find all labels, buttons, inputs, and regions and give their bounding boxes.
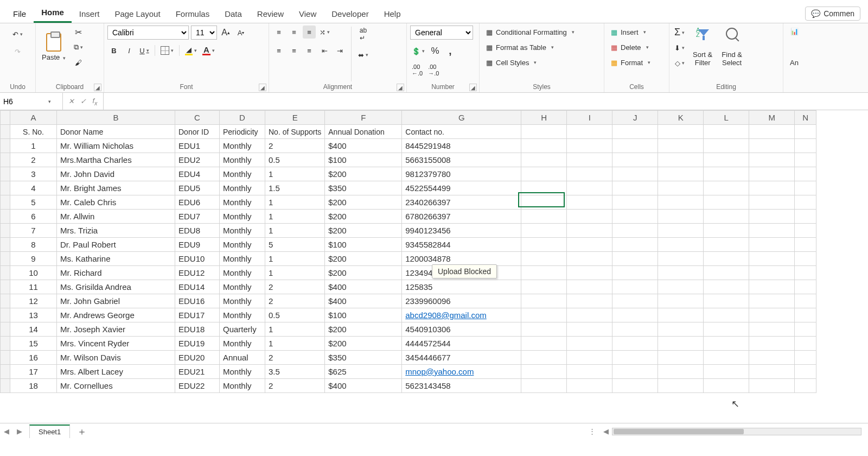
find-select-button[interactable]: Find & Select: [719, 26, 745, 69]
cell-L4[interactable]: [704, 167, 749, 181]
underline-button[interactable]: U▾: [138, 44, 151, 57]
col-header-I[interactable]: I: [567, 111, 612, 125]
cell-I13[interactable]: [567, 294, 612, 308]
name-box-input[interactable]: [3, 97, 47, 106]
cell-D16[interactable]: Monthly: [220, 337, 265, 351]
cell-A1[interactable]: S. No.: [10, 125, 57, 139]
align-left-button[interactable]: ≡: [272, 44, 285, 57]
cell-B9[interactable]: Dr. Paul Robert: [57, 238, 175, 252]
cell-D12[interactable]: Monthly: [220, 280, 265, 294]
conditional-formatting-button[interactable]: ▦Conditional Formatting▾: [483, 26, 578, 39]
tab-page-layout[interactable]: Page Layout: [107, 6, 168, 23]
cell-G12[interactable]: 125835: [402, 280, 521, 294]
cell-A16[interactable]: 15: [10, 337, 57, 351]
cell-I9[interactable]: [567, 238, 612, 252]
sheet-prev-button[interactable]: ◀: [0, 427, 13, 435]
cell-B16[interactable]: Mrs. Vincent Ryder: [57, 337, 175, 351]
cell-C6[interactable]: EDU6: [175, 195, 220, 210]
cell-D4[interactable]: Monthly: [220, 167, 265, 181]
cell-D7[interactable]: Monthly: [220, 210, 265, 224]
cell-I3[interactable]: [567, 153, 612, 167]
cell-A2[interactable]: 1: [10, 139, 57, 153]
cell-D3[interactable]: Monthly: [220, 153, 265, 167]
cell-G18[interactable]: mnop@yahoo.com: [402, 365, 521, 379]
fill-button[interactable]: ⬇▾: [673, 41, 686, 54]
cell-N8[interactable]: [795, 224, 816, 238]
cell-A4[interactable]: 3: [10, 167, 57, 181]
cell-D2[interactable]: Monthly: [220, 139, 265, 153]
comments-button[interactable]: 💬 Commen: [805, 7, 860, 21]
row-header-14[interactable]: [1, 308, 10, 322]
cell-A12[interactable]: 11: [10, 280, 57, 294]
cell-B12[interactable]: Ms. Grisilda Andrea: [57, 280, 175, 294]
cell-F18[interactable]: $625: [325, 365, 402, 379]
cell-M13[interactable]: [749, 294, 795, 308]
row-header-18[interactable]: [1, 365, 10, 379]
cell-L12[interactable]: [704, 280, 749, 294]
cell-C18[interactable]: EDU21: [175, 365, 220, 379]
row-header-17[interactable]: [1, 351, 10, 365]
cell-K16[interactable]: [658, 337, 704, 351]
cell-G3[interactable]: 5663155008: [402, 153, 521, 167]
cell-I8[interactable]: [567, 224, 612, 238]
cell-N6[interactable]: [795, 195, 816, 210]
cell-E19[interactable]: 2: [265, 379, 325, 393]
insert-function-button[interactable]: fx: [90, 97, 100, 106]
cell-D14[interactable]: Monthly: [220, 308, 265, 322]
cell-I17[interactable]: [567, 351, 612, 365]
cell-A8[interactable]: 7: [10, 224, 57, 238]
cell-M9[interactable]: [749, 238, 795, 252]
decrease-decimal-button[interactable]: .00→.0: [426, 62, 441, 78]
alignment-launcher[interactable]: ◢: [397, 84, 404, 91]
cell-J11[interactable]: [612, 266, 658, 280]
cell-E18[interactable]: 3.5: [265, 365, 325, 379]
col-header-H[interactable]: H: [521, 111, 567, 125]
cell-D11[interactable]: Monthly: [220, 266, 265, 280]
cell-N18[interactable]: [795, 365, 816, 379]
tab-formulas[interactable]: Formulas: [168, 6, 218, 23]
cell-E9[interactable]: 5: [265, 238, 325, 252]
cell-C4[interactable]: EDU4: [175, 167, 220, 181]
cell-B1[interactable]: Donor Name: [57, 125, 175, 139]
merge-center-button[interactable]: ⬌▾: [356, 48, 370, 61]
cell-F7[interactable]: $200: [325, 210, 402, 224]
cell-E7[interactable]: 1: [265, 210, 325, 224]
cell-B18[interactable]: Mrs. Albert Lacey: [57, 365, 175, 379]
cell-J4[interactable]: [612, 167, 658, 181]
cell-N3[interactable]: [795, 153, 816, 167]
sheet-tab-1[interactable]: Sheet1: [29, 425, 70, 438]
cell-G4[interactable]: 9812379780: [402, 167, 521, 181]
tab-review[interactable]: Review: [250, 6, 291, 23]
cell-F16[interactable]: $200: [325, 337, 402, 351]
col-header-C[interactable]: C: [175, 111, 220, 125]
cell-B11[interactable]: Mr. Richard: [57, 266, 175, 280]
cell-A7[interactable]: 6: [10, 210, 57, 224]
cell-K1[interactable]: [658, 125, 704, 139]
cell-H14[interactable]: [521, 308, 567, 322]
cell-H10[interactable]: [521, 252, 567, 266]
cell-B4[interactable]: Mr. John David: [57, 167, 175, 181]
sheet-next-button[interactable]: ▶: [13, 427, 26, 435]
cell-E17[interactable]: 2: [265, 351, 325, 365]
cell-L11[interactable]: [704, 266, 749, 280]
cell-B13[interactable]: Mr. John Gabriel: [57, 294, 175, 308]
cell-B17[interactable]: Mr. Wilson Davis: [57, 351, 175, 365]
row-header-7[interactable]: [1, 210, 10, 224]
cell-K18[interactable]: [658, 365, 704, 379]
decrease-font-button[interactable]: A▾: [234, 26, 247, 39]
cell-H13[interactable]: [521, 294, 567, 308]
cell-D15[interactable]: Quarterly: [220, 322, 265, 337]
percent-button[interactable]: %: [429, 45, 442, 58]
cell-E10[interactable]: 1: [265, 252, 325, 266]
font-color-button[interactable]: A▾: [201, 44, 216, 57]
cell-J2[interactable]: [612, 139, 658, 153]
cell-C19[interactable]: EDU22: [175, 379, 220, 393]
col-header-K[interactable]: K: [658, 111, 704, 125]
cell-J10[interactable]: [612, 252, 658, 266]
cell-C10[interactable]: EDU10: [175, 252, 220, 266]
cell-N1[interactable]: [795, 125, 816, 139]
delete-cells-button[interactable]: ▦Delete▾: [608, 41, 662, 54]
cell-J18[interactable]: [612, 365, 658, 379]
cell-N16[interactable]: [795, 337, 816, 351]
align-center-button[interactable]: ≡: [288, 44, 301, 57]
